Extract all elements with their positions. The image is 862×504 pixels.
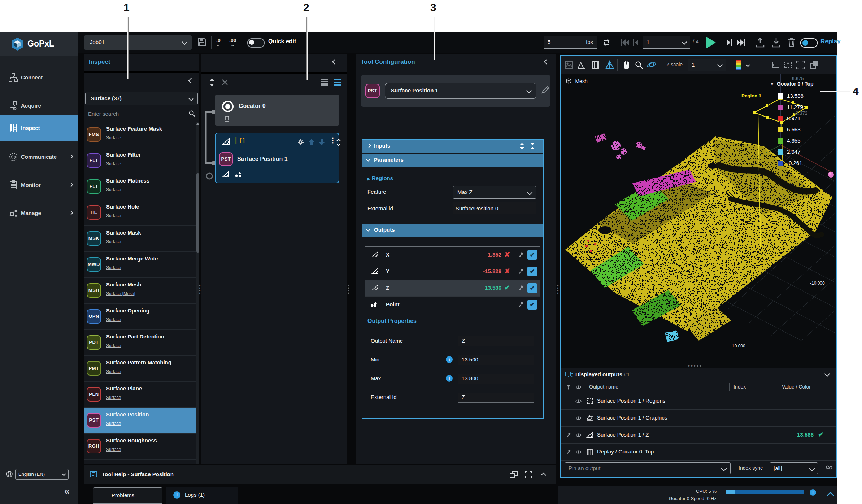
tool-category-link[interactable]: Surface (106, 265, 121, 270)
tool-list-item[interactable]: FLT Surface Flatness Surface (84, 174, 199, 200)
visibility-eye-icon[interactable] (575, 416, 582, 420)
expand-help-button[interactable] (541, 473, 547, 478)
profile-view-icon[interactable] (578, 61, 586, 69)
expand-all-icon[interactable] (519, 143, 524, 149)
tool-category-link[interactable]: Surface (106, 187, 121, 192)
tool-list-item[interactable]: HL Surface Hole Surface (84, 200, 199, 226)
rename-tool-icon[interactable] (541, 86, 549, 95)
skip-last-icon[interactable] (736, 39, 745, 47)
pan-hand-icon[interactable] (622, 60, 631, 70)
sidebar-item-acquire[interactable]: Acquire (0, 95, 78, 118)
sidebar-item-inspect[interactable]: Inspect (0, 115, 78, 141)
upload-icon[interactable] (756, 38, 765, 48)
language-select[interactable]: English (EN) (15, 469, 69, 480)
tool-instance-select[interactable]: Surface Position 1 (385, 83, 536, 99)
gocator-node[interactable]: Gocator 0 (215, 95, 339, 126)
pin-output-icon[interactable] (518, 251, 524, 258)
sidebar-item-manage[interactable]: Manage (0, 203, 78, 225)
tool-category-link[interactable]: Surface (106, 213, 121, 218)
sidebar-item-communicate[interactable]: Communicate (0, 146, 78, 169)
regions-expander[interactable]: ▶ Regions (367, 175, 393, 181)
tool-list-item[interactable]: MSK Surface Mask Surface (84, 226, 199, 252)
play-button[interactable] (705, 36, 717, 49)
download-icon[interactable] (771, 38, 781, 48)
tool-category-link[interactable]: Surface (106, 317, 121, 322)
output-row[interactable]: Point ✔ (365, 297, 540, 313)
delete-icon[interactable] (787, 37, 796, 48)
decimal-increase-button[interactable]: .00→ (229, 38, 236, 43)
output-row[interactable]: Z 13.586 ✔ ✔ (365, 280, 540, 297)
tool-category-link[interactable]: Surface (106, 343, 121, 348)
heightmap-view-icon[interactable] (591, 61, 600, 69)
tool-list-item[interactable]: PLN Surface Plane Surface (84, 382, 199, 408)
close-all-icon[interactable] (222, 79, 228, 86)
property-value-input[interactable]: Z (458, 393, 534, 403)
tool-category-link[interactable]: Surface (106, 395, 121, 400)
panel-divider-handle[interactable]: •••• (348, 284, 349, 294)
fps-field[interactable]: 5 fps (544, 36, 597, 49)
tool-list-item[interactable]: FMS Surface Feature Mask Surface (84, 122, 199, 148)
move-down-icon[interactable] (319, 139, 325, 145)
frame-select[interactable]: 1 (643, 36, 690, 49)
displayed-output-row[interactable]: Replay / Gocator 0: Top (561, 444, 836, 461)
step-back-icon[interactable] (633, 39, 639, 47)
panel-divider-handle[interactable]: •••• (557, 284, 559, 294)
kebab-menu-icon[interactable]: ⋮ (330, 136, 336, 144)
tool-list-item[interactable]: PST Surface Position Surface (84, 408, 199, 434)
mesh-view-icon[interactable] (605, 60, 614, 70)
pin-icon[interactable] (566, 449, 571, 455)
sidebar-item-monitor[interactable]: Monitor (0, 175, 78, 197)
visibility-eye-icon[interactable] (575, 433, 582, 437)
link-icon[interactable] (826, 464, 832, 471)
tool-list-item[interactable]: MSH Surface Mesh Surface [Mesh] (84, 278, 199, 304)
color-palette-icon[interactable] (735, 59, 742, 71)
popout-icon[interactable] (510, 471, 518, 478)
output-enabled-checkbox[interactable]: ✔ (527, 267, 537, 276)
pin-output-icon[interactable] (518, 301, 524, 308)
tool-category-link[interactable]: Surface (106, 135, 121, 140)
tab-logs[interactable]: i Logs (1) (166, 487, 238, 504)
expand-node-icon[interactable] (336, 142, 340, 146)
rotate-3d-icon[interactable] (647, 60, 656, 70)
search-input[interactable] (87, 108, 187, 119)
tool-list-item[interactable]: RGH Surface Roughness Surface (84, 434, 199, 460)
pipeline-collapse-button[interactable] (332, 59, 338, 65)
output-row[interactable]: X -1.352 ✘ ✔ (365, 247, 540, 263)
output-enabled-checkbox[interactable]: ✔ (527, 250, 537, 260)
tools-collapse-button[interactable] (188, 78, 194, 84)
save-icon[interactable] (197, 38, 206, 47)
job-select[interactable]: Job01 (84, 35, 192, 50)
tool-list-item[interactable]: FLT Surface Filter Surface (84, 148, 199, 174)
loop-icon[interactable] (602, 38, 611, 47)
output-enabled-checkbox[interactable]: ✔ (527, 283, 537, 293)
tool-list-item[interactable]: MWD Surface Merge Wide Surface (84, 252, 199, 278)
pin-output-select[interactable]: Pin an output (565, 462, 731, 474)
fullscreen-icon[interactable] (525, 471, 532, 478)
collapse-legend-icon[interactable]: ▼ (770, 82, 774, 86)
tool-list-item[interactable]: SCT Surface Section Surface (84, 460, 199, 464)
expand-collapse-all-icon[interactable] (209, 78, 215, 86)
expand-status-button[interactable] (827, 492, 834, 499)
intensity-view-icon[interactable] (565, 61, 573, 69)
tab-problems[interactable]: Problems (93, 487, 162, 504)
sidebar-collapse-button[interactable]: « (64, 486, 69, 497)
tool-category-link[interactable]: Surface [Mesh] (106, 291, 135, 296)
tool-category-link[interactable]: Surface (106, 239, 121, 244)
parameters-section-header[interactable]: Parameters (362, 154, 543, 167)
inputs-section-header[interactable]: Inputs (362, 140, 543, 153)
pin-icon[interactable] (566, 432, 571, 438)
outputs-section-header[interactable]: Outputs (362, 224, 543, 237)
panel-divider-handle[interactable]: •••• (199, 284, 201, 294)
tool-category-link[interactable]: Surface (106, 447, 121, 452)
displayed-output-row[interactable]: Surface Position 1 / Z 13.586 ✔ (561, 427, 836, 444)
fullscreen-view-icon[interactable] (796, 61, 805, 69)
tool-category-link[interactable]: Surface (106, 421, 121, 426)
displayed-output-row[interactable]: Surface Position 1 / Graphics (561, 410, 836, 427)
info-icon[interactable]: i (810, 489, 816, 496)
move-up-icon[interactable] (309, 139, 314, 145)
quick-edit-toggle[interactable] (247, 38, 265, 48)
decimal-decrease-button[interactable]: .0← (216, 38, 221, 43)
sidebar-item-connect[interactable]: Connect (0, 67, 78, 89)
feature-select[interactable]: Max Z (453, 186, 536, 199)
collapse-all-icon[interactable] (530, 143, 535, 149)
